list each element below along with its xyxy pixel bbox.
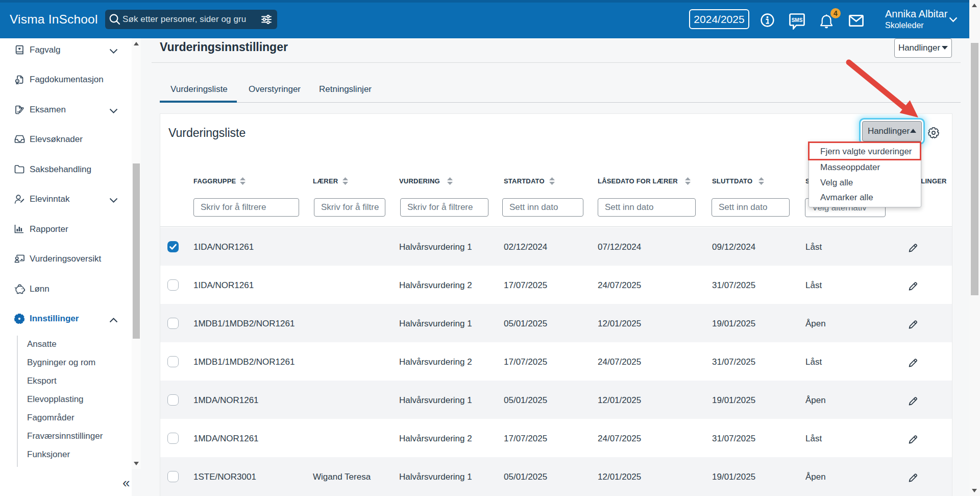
svg-text:SMS: SMS [792,17,803,23]
